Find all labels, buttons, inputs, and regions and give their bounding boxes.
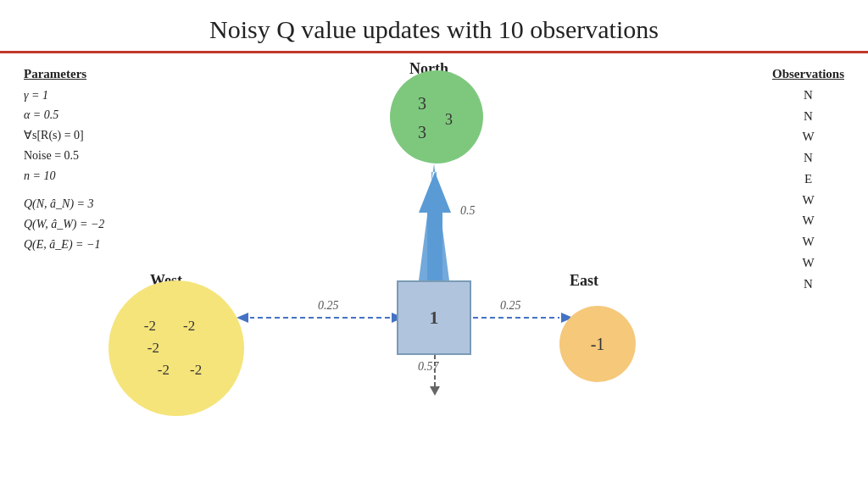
east-circle: -1 [559, 306, 636, 382]
north-val-1: 3 [418, 94, 426, 114]
page-title: Noisy Q value updates with 10 observatio… [0, 0, 868, 51]
center-value: 1 [430, 307, 439, 329]
prob-down-label: 0.57 [418, 360, 439, 374]
obs-3: W [772, 126, 844, 147]
obs-4: N [772, 147, 844, 169]
center-state-box: 1 [397, 280, 471, 355]
prob-right-label: 0.25 [500, 299, 521, 313]
main-content: Parameters γ = 1 α = 0.5 ∀s[R(s) = 0] No… [0, 53, 868, 445]
param-alpha: α = 0.5 [24, 105, 104, 125]
north-val-2: 3 [445, 111, 453, 129]
q-values: Q(N, â_N) = 3 Q(W, â_W) = −2 Q(E, â_E) =… [24, 194, 104, 254]
obs-1: N [772, 85, 844, 106]
q-west: Q(W, â_W) = −2 [24, 214, 104, 235]
prob-left-label: 0.25 [318, 299, 339, 313]
params-title: Parameters [24, 64, 104, 86]
param-reward: ∀s[R(s) = 0] [24, 125, 104, 146]
obs-2: N [772, 106, 844, 127]
svg-marker-7 [430, 386, 440, 396]
obs-8: W [772, 231, 844, 252]
prob-up-label: 0.5 [460, 204, 476, 218]
parameters-panel: Parameters γ = 1 α = 0.5 ∀s[R(s) = 0] No… [24, 64, 104, 255]
observations-title: Observations [772, 64, 844, 85]
west-val-2: -2 [183, 318, 209, 335]
east-label: East [570, 272, 598, 290]
west-circle: -2 -2 -2 -2 -2 [108, 280, 244, 416]
east-value: -1 [591, 335, 605, 354]
obs-7: W [772, 210, 844, 231]
north-circle: 3 3 3 [390, 70, 483, 164]
param-n: n = 10 [24, 166, 104, 186]
q-north: Q(N, â_N) = 3 [24, 194, 104, 214]
main-title: Noisy Q value updates with 10 observatio… [0, 15, 868, 44]
west-val-4: -2 [158, 362, 170, 379]
param-noise: Noise = 0.5 [24, 146, 104, 166]
west-val-5: -2 [190, 362, 209, 379]
north-val-3: 3 [418, 123, 426, 142]
param-gamma: γ = 1 [24, 86, 104, 106]
obs-6: W [772, 190, 844, 211]
svg-marker-5 [419, 172, 451, 213]
svg-rect-4 [427, 210, 442, 280]
west-val-1: -2 [144, 318, 170, 335]
obs-5: E [772, 169, 844, 190]
obs-9: W [772, 252, 844, 274]
svg-marker-3 [419, 164, 449, 280]
observations-panel: Observations N N W N E W W W W N [772, 64, 844, 294]
obs-10: N [772, 274, 844, 295]
west-val-3: -2 [147, 340, 170, 357]
q-east: Q(E, â_E) = −1 [24, 235, 104, 255]
